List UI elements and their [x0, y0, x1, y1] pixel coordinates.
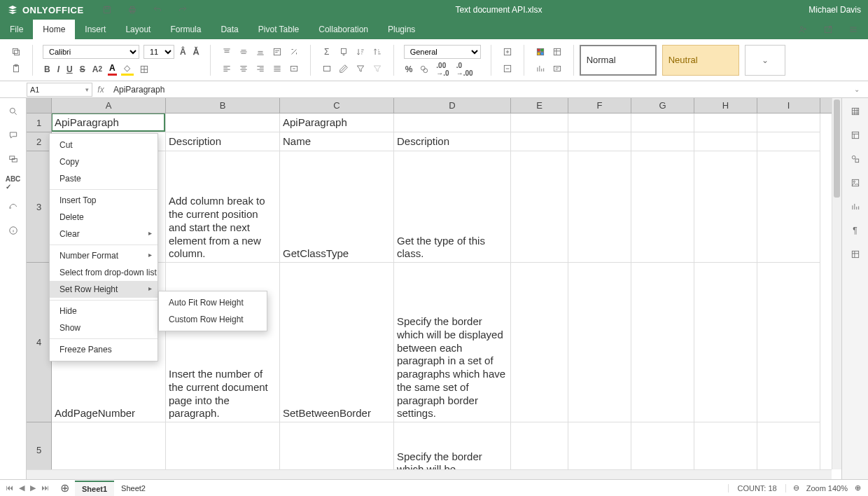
- cell-E5[interactable]: [511, 422, 568, 469]
- number-format-select[interactable]: General: [404, 45, 481, 59]
- sort-asc-icon[interactable]: [354, 46, 367, 58]
- conditional-format-icon[interactable]: [534, 46, 547, 58]
- pivot-settings-icon[interactable]: [849, 248, 862, 261]
- row-header-1[interactable]: 1: [27, 113, 51, 132]
- cell-H2[interactable]: [694, 132, 757, 151]
- cell-styles-dropdown[interactable]: ⌄: [745, 45, 785, 76]
- format-table-icon[interactable]: [551, 46, 564, 58]
- cell-E3[interactable]: [511, 151, 568, 263]
- accounting-icon[interactable]: [418, 63, 430, 76]
- italic-icon[interactable]: I: [56, 63, 61, 76]
- col-header-F[interactable]: F: [568, 98, 631, 113]
- subscript-icon[interactable]: A2: [91, 63, 104, 76]
- cell-H4[interactable]: [694, 263, 757, 422]
- cell-B5[interactable]: [166, 422, 280, 469]
- chevron-down-icon[interactable]: ▾: [85, 86, 89, 93]
- clear-icon[interactable]: [337, 62, 350, 75]
- name-box[interactable]: A1▾: [27, 83, 92, 97]
- font-color-icon[interactable]: A: [108, 63, 117, 76]
- cell-B2[interactable]: Description: [166, 132, 280, 151]
- chart-settings-icon[interactable]: [849, 200, 862, 213]
- strike-icon[interactable]: S: [78, 63, 87, 76]
- cell-C3[interactable]: GetClassType: [280, 151, 394, 263]
- decrease-decimal-icon[interactable]: .00→.0: [435, 63, 450, 76]
- tab-file[interactable]: File: [0, 20, 33, 39]
- font-name-select[interactable]: Calibri: [43, 45, 139, 59]
- sort-desc-icon[interactable]: [371, 46, 384, 58]
- insert-cells-icon[interactable]: [501, 46, 514, 58]
- undo-icon[interactable]: [151, 4, 164, 16]
- font-size-select[interactable]: 11: [144, 45, 174, 59]
- cell-H3[interactable]: [694, 151, 757, 263]
- menu-item-custom-row-height[interactable]: Custom Row Height: [159, 311, 267, 328]
- cell-C2[interactable]: Name: [280, 132, 394, 151]
- fx-icon[interactable]: fx: [92, 85, 109, 95]
- align-top-icon[interactable]: [220, 46, 233, 58]
- delete-cells-icon[interactable]: [501, 62, 514, 75]
- sheet-prev-icon[interactable]: ◀: [19, 483, 24, 492]
- bold-icon[interactable]: B: [43, 63, 52, 76]
- col-header-E[interactable]: E: [511, 98, 568, 113]
- menu-item-freeze-panes[interactable]: Freeze Panes: [50, 341, 158, 358]
- menu-item-auto-fit-row-height[interactable]: Auto Fit Row Height: [159, 294, 267, 311]
- align-middle-icon[interactable]: [237, 46, 250, 58]
- cell-E2[interactable]: [511, 132, 568, 151]
- menu-item-insert-top[interactable]: Insert Top: [50, 192, 158, 209]
- clear-filter-icon[interactable]: [371, 62, 384, 75]
- menu-item-number-format[interactable]: Number Format: [50, 247, 158, 264]
- cell-I5[interactable]: [757, 422, 820, 469]
- row-header-3[interactable]: 3: [27, 151, 51, 263]
- cell-G1[interactable]: [631, 113, 694, 132]
- cell-B3[interactable]: Add column break to the current position…: [166, 151, 280, 263]
- formula-input[interactable]: ApiParagraph: [109, 85, 854, 95]
- add-sheet-button[interactable]: ⊕: [55, 481, 75, 495]
- cell-H5[interactable]: [694, 422, 757, 469]
- menu-item-show[interactable]: Show: [50, 319, 158, 336]
- cell-E4[interactable]: [511, 263, 568, 422]
- col-header-C[interactable]: C: [280, 98, 394, 113]
- col-header-D[interactable]: D: [394, 98, 511, 113]
- increase-font-icon[interactable]: Â: [178, 46, 188, 58]
- text-settings-icon[interactable]: ¶: [849, 224, 862, 237]
- orientation-icon[interactable]: [288, 46, 300, 58]
- tab-pivot-table[interactable]: Pivot Table: [248, 20, 309, 39]
- cell-G4[interactable]: [631, 263, 694, 422]
- share-icon[interactable]: [797, 23, 809, 36]
- zoom-out-icon[interactable]: ⊖: [793, 483, 799, 492]
- comments-icon[interactable]: [7, 129, 20, 142]
- autosum-icon[interactable]: Σ: [321, 46, 333, 58]
- chat-icon[interactable]: [7, 153, 20, 165]
- merge-cells-icon[interactable]: [288, 62, 300, 75]
- cell-E1[interactable]: [511, 113, 568, 132]
- menu-item-copy[interactable]: Copy: [50, 153, 158, 170]
- cell-F3[interactable]: [568, 151, 631, 263]
- align-center-icon[interactable]: [237, 62, 250, 75]
- select-all-corner[interactable]: [27, 98, 52, 113]
- fill-down-icon[interactable]: [337, 46, 350, 58]
- increase-decimal-icon[interactable]: .0→.00: [455, 63, 475, 76]
- row-header-4[interactable]: 4: [27, 263, 51, 422]
- underline-icon[interactable]: U: [65, 63, 74, 76]
- cell-F2[interactable]: [568, 132, 631, 151]
- cell-D5[interactable]: Specify the border which will be: [394, 422, 511, 469]
- cell-F4[interactable]: [568, 263, 631, 422]
- cell-B1[interactable]: [166, 113, 280, 132]
- col-header-H[interactable]: H: [694, 98, 757, 113]
- cell-A1[interactable]: ApiParagraph: [52, 113, 166, 132]
- print-icon[interactable]: [126, 4, 139, 16]
- tab-data[interactable]: Data: [211, 20, 248, 39]
- align-left-icon[interactable]: [220, 62, 233, 75]
- tab-insert[interactable]: Insert: [75, 20, 115, 39]
- align-right-icon[interactable]: [254, 62, 267, 75]
- col-header-I[interactable]: I: [757, 98, 820, 113]
- zoom-in-icon[interactable]: ⊕: [855, 483, 861, 492]
- cell-settings-icon[interactable]: [849, 105, 862, 118]
- about-icon[interactable]: [7, 224, 20, 237]
- row-header-2[interactable]: 2: [27, 132, 51, 151]
- cell-D2[interactable]: Description: [394, 132, 511, 151]
- col-header-A[interactable]: A: [52, 98, 166, 113]
- redo-icon[interactable]: [176, 4, 189, 16]
- tab-home[interactable]: Home: [33, 20, 75, 39]
- save-icon[interactable]: [101, 4, 113, 16]
- cell-C1[interactable]: ApiParagraph: [280, 113, 394, 132]
